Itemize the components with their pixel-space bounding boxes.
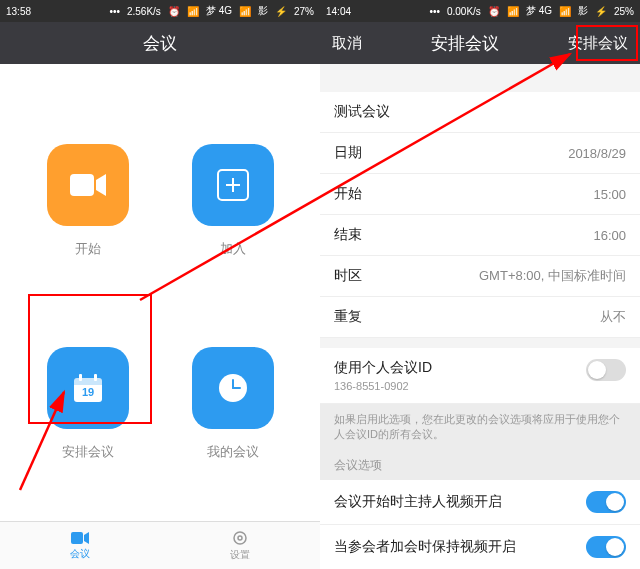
svg-rect-7 [94,374,97,381]
svg-rect-5 [74,378,102,385]
tile-start[interactable]: 开始 [20,104,155,298]
gear-icon [232,530,248,546]
row-date[interactable]: 日期 2018/8/29 [320,133,640,174]
svg-text:19: 19 [81,386,93,398]
time: 14:04 [326,6,351,17]
statusbar: 14:04 ••• 0.00K/s ⏰📶 梦 4G 📶 影 ⚡ 25% [320,0,640,22]
row-participant-video[interactable]: 当参会者加会时保持视频开启 [320,525,640,569]
tile-grid: 开始 加入 19 安排会议 我的会议 [0,64,320,521]
video-icon [47,144,129,226]
tile-label: 我的会议 [207,443,259,461]
plus-icon [192,144,274,226]
header: 会议 [0,22,320,64]
row-end[interactable]: 结束 16:00 [320,215,640,256]
calendar-icon: 19 [47,347,129,429]
nav-settings[interactable]: 设置 [160,522,320,569]
bottom-nav: 会议 设置 [0,521,320,569]
tile-schedule[interactable]: 19 安排会议 [20,308,155,502]
header: 取消 安排会议 安排会议 [320,22,640,64]
statusbar: 13:58 ••• 2.56K/s ⏰📶 梦 4G 📶 影 ⚡ 27% [0,0,320,22]
pmi-helper: 如果启用此选项，您在此更改的会议选项将应用于使用您个人会议ID的所有会议。 [320,404,640,451]
section-options: 会议选项 [320,451,640,480]
svg-point-14 [238,536,242,540]
cancel-button[interactable]: 取消 [332,34,362,53]
toggle-host-video[interactable] [586,491,626,513]
meeting-name: 测试会议 [334,103,390,121]
tile-label: 加入 [220,240,246,258]
svg-point-13 [234,532,246,544]
toggle-pmi[interactable] [586,359,626,381]
svg-rect-6 [79,374,82,381]
video-icon [71,531,89,545]
row-host-video[interactable]: 会议开始时主持人视频开启 [320,480,640,525]
tile-mine[interactable]: 我的会议 [165,308,300,502]
tile-join[interactable]: 加入 [165,104,300,298]
tile-label: 安排会议 [62,443,114,461]
page-title: 会议 [143,32,177,55]
nav-meeting[interactable]: 会议 [0,522,160,569]
row-repeat[interactable]: 重复 从不 [320,297,640,338]
page-title: 安排会议 [362,32,568,55]
clock-icon [192,347,274,429]
svg-rect-0 [70,174,94,196]
phone-left: 13:58 ••• 2.56K/s ⏰📶 梦 4G 📶 影 ⚡ 27% 会议 开… [0,0,320,569]
row-timezone[interactable]: 时区 GMT+8:00, 中国标准时间 [320,256,640,297]
toggle-participant-video[interactable] [586,536,626,558]
tile-label: 开始 [75,240,101,258]
confirm-button[interactable]: 安排会议 [568,34,628,53]
svg-rect-12 [71,532,83,544]
settings-list: 测试会议 日期 2018/8/29 开始 15:00 结束 16:00 时区 G… [320,64,640,569]
row-start[interactable]: 开始 15:00 [320,174,640,215]
phone-right: 14:04 ••• 0.00K/s ⏰📶 梦 4G 📶 影 ⚡ 25% 取消 安… [320,0,640,569]
time: 13:58 [6,6,31,17]
row-meeting-name[interactable]: 测试会议 [320,92,640,133]
row-pmi[interactable]: 使用个人会议ID 136-8551-0902 [320,348,640,404]
